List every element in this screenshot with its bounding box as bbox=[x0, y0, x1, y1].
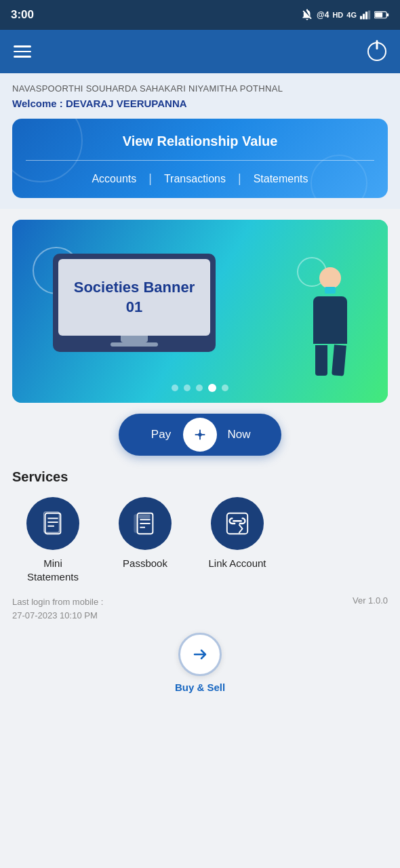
tab-transactions[interactable]: Transactions bbox=[152, 173, 238, 185]
link-account-label: Link Account bbox=[208, 557, 266, 570]
relationship-title: View Relationship Value bbox=[26, 134, 374, 149]
passbook-label: Passbook bbox=[123, 557, 167, 570]
battery-icon bbox=[374, 10, 389, 20]
service-mini-statements[interactable]: MiniStatements bbox=[12, 497, 94, 583]
services-title: Services bbox=[12, 469, 388, 485]
svg-rect-2 bbox=[365, 12, 367, 19]
org-name: NAVASPOORTHI SOUHARDA SAHAKARI NIYAMITHA… bbox=[12, 83, 388, 95]
mini-statements-icon-circle bbox=[26, 497, 79, 550]
now-label: Now bbox=[217, 428, 275, 441]
service-link-account[interactable]: Link Account bbox=[197, 497, 278, 570]
monitor-screen: Societies Banner 01 bbox=[58, 259, 210, 336]
svg-rect-0 bbox=[360, 16, 362, 20]
monitor-stand bbox=[121, 336, 148, 342]
welcome-text: Welcome : DEVARAJ VEERUPANNA bbox=[12, 98, 388, 109]
person-leg-right bbox=[332, 344, 346, 376]
dot-5[interactable] bbox=[222, 384, 228, 391]
footer-info: Last login from mobile :27-07-2023 10:10… bbox=[0, 583, 400, 627]
services-section: Services MiniStatements bbox=[0, 469, 400, 583]
relationship-divider bbox=[26, 160, 374, 161]
signal-icon bbox=[360, 10, 371, 20]
tab-accounts[interactable]: Accounts bbox=[79, 173, 148, 185]
relationship-tabs: Accounts | Transactions | Statements bbox=[26, 172, 374, 186]
pay-label: Pay bbox=[125, 428, 183, 441]
link-account-icon bbox=[224, 511, 250, 536]
pay-toggle[interactable] bbox=[183, 418, 217, 452]
svg-rect-19 bbox=[139, 515, 151, 519]
power-button[interactable] bbox=[367, 42, 386, 61]
status-icons: @4 HD 4G bbox=[301, 9, 389, 21]
banner-text: Societies Banner 01 bbox=[72, 278, 197, 317]
svg-rect-3 bbox=[368, 11, 370, 20]
svg-rect-6 bbox=[386, 14, 388, 17]
version: Ver 1.0.0 bbox=[353, 595, 388, 606]
person-head bbox=[319, 267, 341, 289]
mini-statements-icon bbox=[40, 511, 66, 536]
person-legs bbox=[300, 345, 361, 376]
banner-person bbox=[300, 267, 361, 382]
dot-2[interactable] bbox=[184, 384, 191, 391]
person-body bbox=[313, 296, 347, 344]
status-bar: 3:00 @4 HD 4G bbox=[0, 0, 400, 30]
link-account-icon-circle bbox=[211, 497, 264, 550]
last-login: Last login from mobile :27-07-2023 10:10… bbox=[12, 595, 103, 622]
app-header bbox=[0, 30, 400, 73]
banner-monitor: Societies Banner 01 bbox=[53, 254, 216, 352]
dot-1[interactable] bbox=[172, 384, 178, 391]
buy-sell-button[interactable] bbox=[178, 633, 222, 676]
monitor-base bbox=[111, 342, 158, 347]
welcome-section: NAVASPOORTHI SOUHARDA SAHAKARI NIYAMITHA… bbox=[0, 73, 400, 209]
buy-sell-label: Buy & Sell bbox=[175, 682, 225, 693]
svg-rect-5 bbox=[375, 12, 382, 17]
hamburger-menu[interactable] bbox=[14, 45, 31, 58]
banner-container: Societies Banner 01 bbox=[12, 220, 388, 403]
network-4: @4 bbox=[317, 10, 329, 20]
passbook-icon bbox=[132, 511, 158, 536]
notification-icon bbox=[301, 9, 313, 21]
mini-statements-label: MiniStatements bbox=[27, 557, 79, 583]
dot-3[interactable] bbox=[196, 384, 203, 391]
dot-4[interactable] bbox=[208, 384, 216, 392]
buy-sell-container: Buy & Sell bbox=[0, 627, 400, 707]
svg-rect-1 bbox=[363, 14, 365, 19]
status-time: 3:00 bbox=[11, 8, 34, 22]
signal-4g: 4G bbox=[346, 11, 357, 19]
pay-toggle-icon bbox=[193, 427, 207, 442]
svg-point-9 bbox=[198, 433, 202, 437]
hd-label: HD bbox=[332, 11, 343, 19]
service-passbook[interactable]: Passbook bbox=[104, 497, 186, 570]
pay-now-button[interactable]: Pay Now bbox=[119, 414, 281, 456]
relationship-card: View Relationship Value Accounts | Trans… bbox=[12, 119, 388, 198]
person-leg-left bbox=[315, 345, 327, 376]
tab-statements[interactable]: Statements bbox=[241, 173, 321, 185]
services-grid: MiniStatements Passbook bbox=[12, 497, 388, 583]
buy-sell-arrow-icon bbox=[191, 645, 209, 664]
svg-rect-10 bbox=[45, 513, 61, 534]
passbook-icon-circle bbox=[119, 497, 172, 550]
pay-now-container: Pay Now bbox=[0, 414, 400, 456]
carousel-dots bbox=[172, 384, 228, 392]
